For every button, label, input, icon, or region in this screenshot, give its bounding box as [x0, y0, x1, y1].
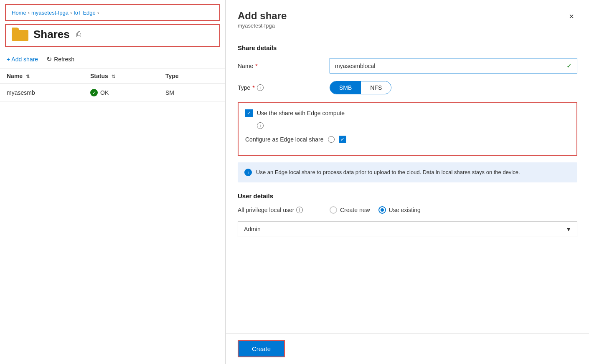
col-name[interactable]: Name ⇅ — [7, 73, 90, 79]
user-label: All privilege local user i — [238, 207, 330, 213]
info-box-text: Use an Edge local share to process data … — [256, 168, 520, 177]
breadcrumb-device[interactable]: myasetest-fpga — [31, 10, 69, 16]
drawer-content: Share details Name * myasesmblocal ✓ Typ… — [226, 34, 589, 333]
info-box-icon: i — [244, 169, 252, 176]
breadcrumb-home[interactable]: Home — [12, 10, 26, 16]
page-header: Shares ⎙ — [5, 24, 220, 47]
print-icon[interactable]: ⎙ — [76, 30, 81, 39]
breadcrumb-section[interactable]: IoT Edge — [74, 10, 96, 16]
type-info-icon[interactable]: i — [257, 84, 264, 91]
create-new-option[interactable]: Create new — [330, 206, 370, 214]
breadcrumb-sep-3: › — [97, 10, 99, 16]
sort-name-icon: ⇅ — [26, 74, 30, 79]
edge-local-row: Configure as Edge local share i ✓ — [245, 136, 570, 143]
user-field-row: All privilege local user i Create new Us… — [238, 206, 577, 214]
edge-compute-row: ✓ Use the share with Edge compute — [245, 109, 570, 117]
edge-compute-checkbox[interactable]: ✓ — [245, 109, 253, 117]
refresh-button[interactable]: ↻ Refresh — [46, 55, 74, 63]
name-label: Name * — [238, 63, 330, 69]
close-button[interactable]: × — [566, 10, 577, 23]
edge-compute-section: ✓ Use the share with Edge compute i Conf… — [238, 102, 577, 156]
input-valid-icon: ✓ — [566, 62, 572, 70]
name-required: * — [255, 63, 257, 69]
name-input[interactable]: myasesmblocal ✓ — [330, 58, 577, 73]
sort-status-icon: ⇅ — [112, 74, 115, 79]
page-title: Shares — [33, 28, 70, 41]
table-header: Name ⇅ Status ⇅ Type — [0, 68, 225, 84]
col-status[interactable]: Status ⇅ — [90, 73, 165, 79]
type-toggle: SMB NFS — [330, 81, 391, 94]
status-ok-icon: ✓ — [90, 89, 98, 96]
add-share-button[interactable]: + Add share — [7, 56, 38, 63]
create-new-radio[interactable] — [330, 206, 337, 214]
use-existing-option[interactable]: Use existing — [378, 206, 421, 214]
create-button[interactable]: Create — [238, 340, 285, 357]
edge-local-label: Configure as Edge local share — [245, 136, 324, 143]
info-box: i Use an Edge local share to process dat… — [238, 162, 577, 182]
type-smb-button[interactable]: SMB — [330, 81, 361, 94]
refresh-label: Refresh — [54, 56, 74, 63]
user-info-icon[interactable]: i — [296, 207, 303, 213]
type-required: * — [252, 84, 254, 91]
drawer-subtitle: myasetest-fpga — [238, 23, 287, 29]
folder-icon — [12, 28, 28, 41]
share-details-title: Share details — [238, 44, 577, 51]
breadcrumb-box: Home › myasetest-fpga › IoT Edge › — [5, 4, 220, 21]
breadcrumb: Home › myasetest-fpga › IoT Edge › — [12, 10, 99, 16]
drawer-title: Add share — [238, 10, 287, 22]
radio-group: Create new Use existing — [330, 206, 421, 214]
col-type: Type — [165, 73, 207, 79]
use-existing-label: Use existing — [389, 207, 421, 213]
add-share-label: + Add share — [7, 56, 38, 63]
table-row[interactable]: myasesmb ✓ OK SM — [0, 84, 225, 102]
user-dropdown[interactable]: Admin — [238, 221, 577, 237]
drawer-footer: Create — [226, 333, 589, 364]
edge-compute-label: Use the share with Edge compute — [257, 110, 345, 116]
add-share-drawer: Add share myasetest-fpga × Share details… — [226, 0, 589, 364]
name-field-row: Name * myasesmblocal ✓ — [238, 58, 577, 73]
cell-status: ✓ OK — [90, 89, 165, 96]
refresh-icon: ↻ — [46, 55, 52, 63]
radio-selected-dot — [381, 208, 384, 212]
edge-local-checkbox[interactable]: ✓ — [339, 136, 346, 143]
drawer-header: Add share myasetest-fpga × — [226, 0, 589, 34]
left-panel: Home › myasetest-fpga › IoT Edge › Share… — [0, 0, 226, 364]
toolbar: + Add share ↻ Refresh — [0, 52, 225, 68]
type-field-row: Type * i SMB NFS — [238, 81, 577, 94]
user-dropdown-wrapper: Admin ▼ — [238, 221, 577, 237]
edge-compute-info-icon[interactable]: i — [257, 122, 264, 129]
type-label: Type * i — [238, 84, 330, 91]
user-details-title: User details — [238, 192, 577, 200]
type-nfs-button[interactable]: NFS — [361, 81, 391, 94]
cell-type: SM — [165, 89, 207, 96]
use-existing-radio[interactable] — [378, 206, 386, 214]
drawer-title-block: Add share myasetest-fpga — [238, 10, 287, 29]
breadcrumb-sep-2: › — [70, 10, 72, 16]
edge-local-info-icon[interactable]: i — [328, 136, 335, 143]
create-new-label: Create new — [340, 207, 370, 213]
breadcrumb-sep-1: › — [28, 10, 30, 16]
cell-name: myasesmb — [7, 89, 90, 96]
